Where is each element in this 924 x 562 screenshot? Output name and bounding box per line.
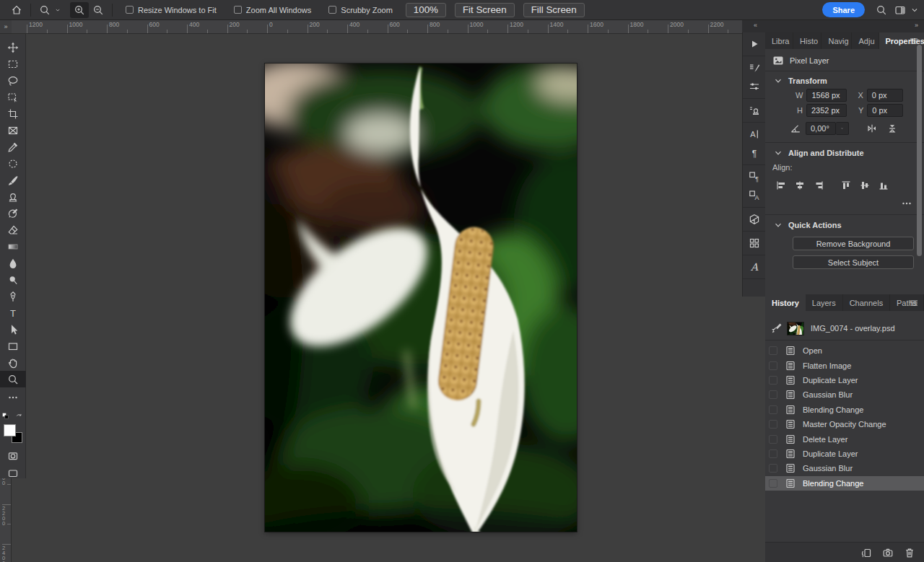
- screen-mode-button[interactable]: [0, 465, 26, 482]
- glyphs-panel-button[interactable]: A: [743, 258, 766, 276]
- home-icon[interactable]: [7, 2, 26, 18]
- collapse-dock-chevron[interactable]: «: [754, 22, 757, 29]
- history-state-duplicate-layer[interactable]: Duplicate Layer: [765, 447, 924, 461]
- history-state-open[interactable]: Open: [765, 343, 924, 358]
- chevron-down-icon[interactable]: [910, 4, 920, 16]
- remove-background-button[interactable]: Remove Background: [793, 237, 914, 250]
- flip-horizontal-icon[interactable]: [866, 123, 878, 134]
- history-source-well[interactable]: [769, 390, 777, 399]
- blur-tool[interactable]: [0, 255, 26, 271]
- zoom-tool-icon[interactable]: [35, 2, 54, 18]
- crop-tool[interactable]: [0, 105, 26, 122]
- history-source-well[interactable]: [769, 376, 777, 385]
- quick-mask-button[interactable]: [0, 447, 26, 465]
- history-state-flatten-image[interactable]: Flatten Image: [765, 358, 924, 372]
- path-selection-tool[interactable]: [0, 321, 26, 338]
- quick-actions-section-header[interactable]: Quick Actions: [765, 219, 924, 232]
- marquee-tool[interactable]: [0, 56, 26, 72]
- share-button[interactable]: Share: [822, 2, 865, 17]
- foreground-color-swatch[interactable]: [4, 424, 16, 436]
- align-bottom-icon[interactable]: [878, 180, 889, 191]
- zoom-in-button[interactable]: [70, 2, 89, 18]
- swap-colors-icon[interactable]: [15, 411, 24, 423]
- character-panel-button[interactable]: A: [743, 125, 766, 144]
- height-field[interactable]: 2352 px: [806, 104, 847, 117]
- frame-tool[interactable]: [0, 122, 26, 139]
- flip-vertical-icon[interactable]: [886, 123, 898, 134]
- lasso-tool[interactable]: [0, 72, 26, 89]
- delete-state-trash-icon[interactable]: [904, 547, 915, 558]
- select-subject-button[interactable]: Select Subject: [793, 255, 914, 269]
- history-source-well[interactable]: [769, 449, 777, 458]
- history-source-well[interactable]: [769, 361, 777, 370]
- history-source-well[interactable]: [769, 405, 777, 414]
- rotation-field[interactable]: 0,00°: [806, 122, 836, 135]
- zoom-level-button[interactable]: 100%: [406, 3, 446, 17]
- more-options-icon[interactable]: [901, 198, 912, 209]
- align-right-icon[interactable]: [813, 180, 824, 191]
- search-icon[interactable]: [872, 2, 891, 18]
- align-section-header[interactable]: Align and Distribute: [765, 146, 924, 159]
- eraser-tool[interactable]: [0, 221, 26, 238]
- hand-tool[interactable]: [0, 354, 26, 371]
- 3d-panel-button[interactable]: [743, 210, 766, 229]
- history-state-master-opacity-change[interactable]: Master Opacity Change: [765, 417, 924, 431]
- align-top-icon[interactable]: [840, 180, 852, 191]
- history-state-delete-layer[interactable]: Delete Layer: [765, 431, 924, 446]
- edit-toolbar-ellipsis[interactable]: [0, 389, 26, 405]
- panel-tab-layers[interactable]: Layers: [806, 294, 843, 311]
- rotation-dropdown[interactable]: [836, 122, 849, 135]
- chevron-down-icon[interactable]: [54, 4, 61, 16]
- history-source-well[interactable]: [769, 346, 777, 355]
- history-source-well[interactable]: [769, 479, 777, 488]
- zoom-out-button[interactable]: [89, 2, 108, 18]
- clone-source-panel-button[interactable]: [743, 101, 766, 120]
- history-state-blending-change[interactable]: Blending Change: [765, 403, 924, 417]
- toolbar-collapse-chevron[interactable]: »: [0, 20, 12, 34]
- history-source-well[interactable]: [769, 420, 777, 429]
- new-document-from-state-icon[interactable]: [860, 547, 872, 558]
- history-state-gaussian-blur[interactable]: Gaussian Blur: [765, 387, 924, 402]
- properties-scrollbar[interactable]: [917, 45, 922, 256]
- canvas-document[interactable]: [265, 63, 577, 532]
- x-field[interactable]: 0 px: [867, 89, 903, 102]
- history-state-duplicate-layer[interactable]: Duplicate Layer: [765, 373, 924, 387]
- option-checkbox-scrubby-zoom[interactable]: Scrubby Zoom: [328, 6, 393, 14]
- object-selection-tool[interactable]: [0, 89, 26, 105]
- brush-settings-panel-button[interactable]: [743, 58, 766, 77]
- panel-tab-adju[interactable]: Adju: [852, 32, 879, 49]
- dodge-tool[interactable]: [0, 271, 26, 288]
- panel-tab-navig[interactable]: Navig: [821, 32, 852, 49]
- new-snapshot-camera-icon[interactable]: [882, 547, 894, 558]
- actions-panel-button[interactable]: [743, 35, 766, 53]
- clone-stamp-tool[interactable]: [0, 188, 26, 205]
- paragraph-panel-button[interactable]: ¶: [743, 144, 766, 162]
- fill-screen-button[interactable]: Fill Screen: [523, 3, 585, 17]
- character-styles-panel-button[interactable]: A: [743, 186, 766, 205]
- history-brush-source-icon[interactable]: [771, 322, 783, 334]
- history-snapshot-row[interactable]: IMG_0074 - overlay.psd: [765, 319, 924, 338]
- collapse-panels-chevron[interactable]: »: [915, 22, 918, 29]
- spot-healing-tool[interactable]: [0, 155, 26, 172]
- history-source-well[interactable]: [769, 464, 777, 473]
- option-checkbox-zoom-all-windows[interactable]: Zoom All Windows: [234, 6, 311, 14]
- transform-section-header[interactable]: Transform: [765, 74, 924, 87]
- align-left-icon[interactable]: [775, 180, 787, 191]
- paragraph-styles-panel-button[interactable]: ¶: [743, 167, 766, 186]
- history-state-gaussian-blur[interactable]: Gaussian Blur: [765, 461, 924, 475]
- eyedropper-tool[interactable]: [0, 139, 26, 155]
- zoom-tool[interactable]: [0, 371, 26, 387]
- type-tool[interactable]: T: [0, 304, 26, 321]
- y-field[interactable]: 0 px: [867, 104, 903, 117]
- panel-tab-history[interactable]: History: [765, 294, 806, 311]
- panel-tab-libra[interactable]: Libra: [765, 32, 793, 49]
- history-state-blending-change[interactable]: Blending Change: [765, 476, 924, 491]
- history-source-well[interactable]: [769, 435, 777, 444]
- rectangle-tool[interactable]: [0, 338, 26, 354]
- fit-screen-button[interactable]: Fit Screen: [455, 3, 515, 17]
- brush-tool[interactable]: [0, 172, 26, 188]
- gradient-tool[interactable]: [0, 238, 26, 255]
- align-center-v-icon[interactable]: [859, 180, 871, 191]
- default-colors-icon[interactable]: [2, 411, 11, 423]
- patterns-panel-button[interactable]: [743, 234, 766, 253]
